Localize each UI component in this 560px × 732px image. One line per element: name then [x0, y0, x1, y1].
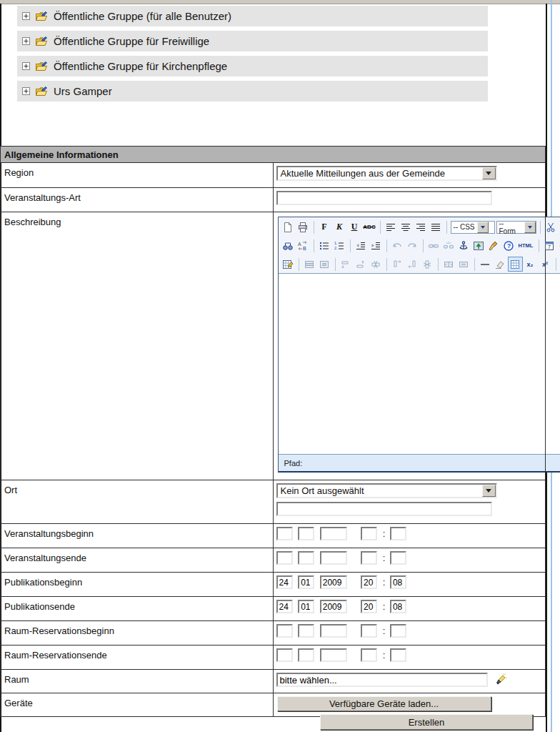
cleanup-icon[interactable] — [486, 238, 501, 253]
year-input[interactable] — [320, 600, 347, 613]
year-input[interactable] — [320, 648, 347, 662]
tree-item-label[interactable]: Öffentliche Gruppe für Freiwillige — [54, 35, 209, 47]
new-document-icon[interactable] — [281, 219, 296, 234]
create-button[interactable]: Erstellen — [320, 714, 533, 730]
numbered-list-icon[interactable]: 1.2. — [332, 238, 347, 253]
day-input[interactable] — [276, 575, 293, 589]
hour-input[interactable] — [361, 624, 377, 638]
tree-item[interactable]: Öffentliche Gruppe für Kirchenpflege — [17, 56, 488, 76]
align-right-icon[interactable] — [414, 219, 429, 234]
underline-button[interactable]: U — [347, 219, 362, 234]
minute-input[interactable] — [390, 624, 406, 638]
merge-cells-icon[interactable] — [456, 257, 471, 272]
strikethrough-button[interactable]: ABC — [362, 219, 377, 234]
month-input[interactable] — [298, 648, 314, 662]
undo-icon[interactable] — [390, 238, 405, 253]
year-input[interactable] — [320, 624, 347, 638]
horizontal-rule-icon[interactable] — [478, 257, 493, 272]
align-left-icon[interactable] — [384, 219, 399, 234]
tree-item[interactable]: Öffentliche Gruppe (für alle Benutzer) — [17, 6, 488, 26]
hour-input[interactable] — [361, 527, 377, 540]
indent-icon[interactable] — [369, 238, 384, 253]
insert-column-before-icon[interactable] — [390, 257, 405, 272]
month-input[interactable] — [298, 624, 314, 638]
day-input[interactable] — [276, 551, 293, 565]
dropdown-arrow-icon[interactable] — [477, 222, 489, 233]
hour-input[interactable] — [361, 575, 377, 589]
superscript-button[interactable]: x² — [538, 257, 553, 272]
day-input[interactable] — [276, 624, 293, 638]
insert-row-after-icon[interactable] — [354, 257, 369, 272]
expand-icon[interactable] — [22, 12, 30, 20]
tree-item-label[interactable]: Öffentliche Gruppe (für alle Benutzer) — [54, 10, 231, 22]
month-input[interactable] — [298, 527, 314, 540]
editor-content[interactable] — [279, 273, 560, 454]
find-replace-icon[interactable]: AB — [296, 238, 311, 253]
dropdown-arrow-icon[interactable] — [524, 222, 536, 233]
expand-icon[interactable] — [22, 87, 30, 95]
toggle-guidelines-icon[interactable] — [508, 257, 523, 272]
find-icon[interactable] — [281, 238, 296, 253]
css-style-select[interactable]: -- CSS — [451, 221, 495, 234]
cut-icon[interactable] — [544, 219, 559, 234]
image-icon[interactable] — [471, 238, 486, 253]
bold-button[interactable]: F — [317, 219, 332, 234]
ort-select[interactable]: Kein Ort ausgewählt — [276, 483, 497, 498]
insert-table-icon[interactable] — [281, 257, 296, 272]
insert-time-icon[interactable] — [557, 238, 560, 253]
tree-item[interactable]: Urs Gamper — [17, 81, 488, 102]
veranstaltungsart-input[interactable] — [276, 191, 492, 205]
bullet-list-icon[interactable] — [317, 238, 332, 253]
dropdown-arrow-icon[interactable] — [482, 485, 496, 497]
month-input[interactable] — [298, 600, 314, 613]
flashlight-icon[interactable] — [494, 673, 507, 686]
dropdown-arrow-icon[interactable] — [482, 167, 496, 179]
align-center-icon[interactable] — [399, 219, 414, 234]
month-input[interactable] — [298, 551, 314, 565]
print-icon[interactable] — [296, 219, 311, 234]
ort-input[interactable] — [276, 502, 492, 516]
minute-input[interactable] — [390, 551, 406, 565]
load-devices-button[interactable]: Verfügbare Geräte laden... — [277, 696, 491, 711]
minute-input[interactable] — [390, 575, 406, 589]
hour-input[interactable] — [361, 648, 377, 662]
align-justify-icon[interactable] — [429, 219, 444, 234]
minute-input[interactable] — [390, 648, 406, 662]
raum-input[interactable] — [276, 673, 488, 687]
tree-item-label[interactable]: Öffentliche Gruppe für Kirchenpflege — [54, 60, 227, 72]
insert-date-icon[interactable]: 7 — [542, 238, 557, 253]
italic-button[interactable]: K — [332, 219, 347, 234]
hour-input[interactable] — [361, 600, 377, 613]
month-input[interactable] — [298, 575, 314, 589]
table-cell-properties-icon[interactable] — [317, 257, 332, 272]
insert-column-after-icon[interactable] — [405, 257, 420, 272]
table-row-properties-icon[interactable] — [302, 257, 317, 272]
remove-formatting-icon[interactable] — [493, 257, 508, 272]
expand-icon[interactable] — [22, 37, 30, 45]
delete-row-icon[interactable] — [369, 257, 384, 272]
expand-icon[interactable] — [22, 62, 30, 70]
subscript-button[interactable]: x₂ — [523, 257, 538, 272]
html-source-button[interactable]: HTML — [516, 238, 536, 253]
hour-input[interactable] — [361, 551, 377, 565]
day-input[interactable] — [276, 527, 293, 540]
split-cells-icon[interactable] — [441, 257, 456, 272]
help-icon[interactable]: ? — [501, 238, 516, 253]
anchor-icon[interactable] — [456, 238, 471, 253]
delete-column-icon[interactable] — [420, 257, 435, 272]
minute-input[interactable] — [390, 600, 406, 613]
outdent-icon[interactable] — [354, 238, 369, 253]
link-icon[interactable] — [426, 238, 441, 253]
minute-input[interactable] — [390, 527, 406, 540]
insert-row-before-icon[interactable] — [339, 257, 354, 272]
unlink-icon[interactable] — [441, 238, 456, 253]
tree-item-label[interactable]: Urs Gamper — [54, 85, 112, 97]
day-input[interactable] — [276, 648, 293, 662]
year-input[interactable] — [320, 551, 347, 565]
region-select[interactable]: Aktuelle Mitteilungen aus der Gemeinde — [276, 166, 497, 181]
redo-icon[interactable] — [405, 238, 420, 253]
year-input[interactable] — [320, 575, 347, 589]
tree-item[interactable]: Öffentliche Gruppe für Freiwillige — [17, 31, 488, 51]
format-select[interactable]: -- Form — [496, 221, 536, 234]
year-input[interactable] — [320, 527, 347, 540]
